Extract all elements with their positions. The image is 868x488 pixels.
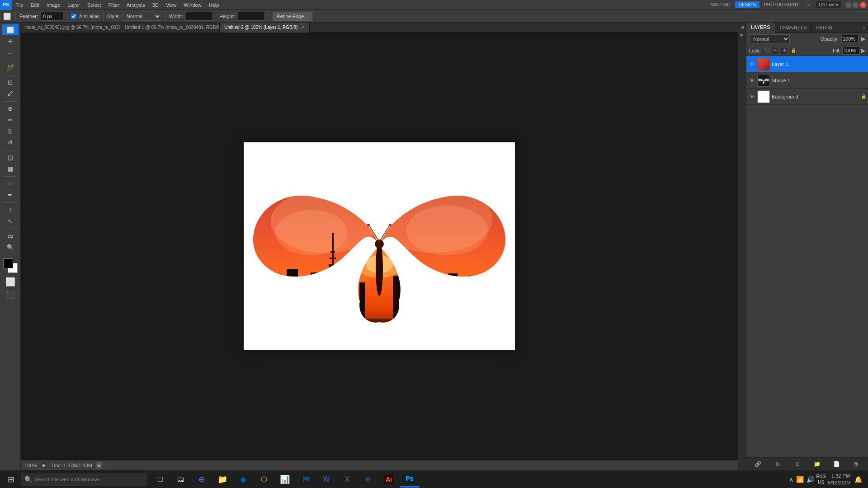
workspace-design[interactable]: DESIGN (735, 1, 760, 8)
doc-tab-2[interactable]: Untitled-2 @ 100% (Layer 1, RGB/8) ✕ (220, 23, 310, 33)
add-mask-btn[interactable]: ⊙ (793, 460, 802, 469)
menu-window[interactable]: Window (180, 0, 205, 9)
link-layers-btn[interactable]: 🔗 (754, 460, 763, 469)
menu-image[interactable]: Image (43, 0, 64, 9)
minimize-btn[interactable]: – (845, 2, 852, 8)
taskbar-amazon[interactable]: ⬡ (254, 471, 274, 488)
screen-mode-btn[interactable]: ⬛ (2, 289, 19, 300)
doc-info-arrow[interactable]: ▶ (96, 462, 102, 469)
doc-tab-2-close[interactable]: ✕ (301, 25, 305, 30)
close-btn[interactable]: ✕ (860, 2, 866, 8)
menu-3d[interactable]: 3D (149, 0, 162, 9)
new-layer-btn[interactable]: 📄 (832, 460, 841, 469)
quick-mask-btn[interactable]: ⬜ (3, 277, 18, 287)
taskbar-word[interactable]: W (316, 471, 336, 488)
menu-help[interactable]: Help (205, 0, 223, 9)
menu-layer[interactable]: Layer (64, 0, 84, 9)
menu-edit[interactable]: Edit (27, 0, 43, 9)
heal-tool[interactable]: ⊕ (2, 103, 19, 114)
eyedropper-tool[interactable]: 🖍 (2, 88, 19, 99)
taskbar-notification[interactable]: 🔔 (852, 471, 864, 488)
zoom-tool[interactable]: 🔍 (2, 242, 19, 253)
taskbar-excel[interactable]: X (337, 471, 357, 488)
zoom-options-btn[interactable]: ▶ (41, 462, 48, 469)
systray-volume[interactable]: 🔊 (807, 476, 814, 483)
workspace-photography[interactable]: PHOTOGRAPHY (760, 1, 803, 8)
shape1-visibility[interactable]: 👁 (748, 77, 755, 84)
layers-tab[interactable]: LAYERS (746, 23, 775, 33)
layer1-visibility[interactable]: 👁 (748, 61, 755, 68)
panel-close[interactable]: ≡ (860, 25, 868, 30)
taskbar-photoshop[interactable]: Ps (400, 471, 420, 488)
add-style-btn[interactable]: fx (773, 460, 782, 469)
feather-input[interactable] (41, 12, 63, 21)
fill-input[interactable] (842, 47, 859, 55)
menu-file[interactable]: File (12, 0, 27, 9)
taskbar-edge[interactable]: e (358, 471, 378, 488)
channels-tab[interactable]: CHANNELS (775, 23, 812, 33)
maximize-btn[interactable]: □ (853, 2, 859, 8)
delete-layer-btn[interactable]: 🗑 (852, 460, 861, 469)
taskbar-search[interactable]: 🔍 Search the web and Windows (21, 473, 147, 486)
height-input[interactable] (238, 12, 265, 21)
menu-view[interactable]: View (162, 0, 180, 9)
lock-all-btn[interactable]: 🔒 (790, 47, 797, 54)
taskbar-files[interactable]: 📁 (212, 471, 232, 488)
layer-item-background[interactable]: 👁 Background 🔒 (746, 89, 868, 105)
crop-tool[interactable]: ⊡ (2, 77, 19, 88)
lock-pixels-btn[interactable]: ✏ (772, 47, 779, 54)
rectangle-tool[interactable]: ▭ (2, 230, 19, 241)
taskbar-illustrator[interactable]: Ai (379, 471, 399, 488)
text-tool[interactable]: T (2, 204, 19, 215)
menu-filter[interactable]: Filter (104, 0, 123, 9)
color-swatches[interactable] (3, 258, 18, 273)
new-group-btn[interactable]: 📁 (812, 460, 821, 469)
layer-item-shape1[interactable]: 👁 Shape 1 (746, 72, 868, 89)
opacity-arrow[interactable]: ▶ (861, 36, 865, 42)
brush-tool[interactable]: ✏ (2, 114, 19, 125)
pen-tool[interactable]: ✒ (2, 189, 19, 200)
taskbar-task-view[interactable]: ❑ (150, 471, 170, 488)
taskbar-powerpoint[interactable]: 📊 (275, 471, 295, 488)
fill-arrow[interactable]: ▶ (861, 47, 865, 54)
cs-live-btn[interactable]: CS Live ▾ (816, 1, 841, 8)
start-button[interactable]: ⊞ (2, 471, 20, 488)
lock-position-btn[interactable]: ✛ (781, 47, 788, 54)
systray-network[interactable]: 📶 (796, 476, 804, 483)
clone-tool[interactable]: ⎘ (2, 126, 19, 136)
refine-edge-btn[interactable]: Refine Edge... (273, 12, 312, 21)
blend-mode-select[interactable]: Normal Multiply Screen Overlay (749, 34, 790, 43)
layer-item-layer1[interactable]: 👁 Layer 1 (746, 56, 868, 72)
width-input[interactable] (186, 12, 213, 21)
taskbar-dropbox[interactable]: ◈ (233, 471, 253, 488)
menu-select[interactable]: Select (84, 0, 105, 9)
wand-tool[interactable]: 🪄 (2, 62, 19, 73)
taskbar-clock[interactable]: 1:32 PM 5/12/2019 (828, 473, 850, 486)
paths-tab[interactable]: PATHS (812, 23, 837, 33)
eraser-tool[interactable]: ◱ (2, 152, 19, 163)
anti-alias-checkbox[interactable] (71, 14, 76, 19)
doc-tab-1[interactable]: Untitled-1 @ 66.7% (mota_ru_0030401, RGB… (120, 23, 220, 33)
opacity-input[interactable] (841, 35, 859, 43)
taskbar-chrome[interactable]: ⊕ (192, 471, 212, 488)
history-tool[interactable]: ↺ (2, 137, 19, 148)
lasso-tool[interactable]: ⌒ (2, 51, 19, 61)
gradient-tool[interactable]: ▦ (2, 163, 19, 174)
taskbar-language[interactable]: ENGUS (816, 474, 826, 485)
taskbar-outlook[interactable]: ✉ (296, 471, 316, 488)
workspace-more[interactable]: » (804, 1, 814, 8)
doc-tab-0[interactable]: mota_ru_0030401.jpg @ 66.7% (mota_ru_003… (21, 23, 120, 33)
background-visibility[interactable]: 👁 (748, 93, 755, 100)
panel-expand-btn[interactable]: ◀ (739, 23, 746, 31)
foreground-color[interactable] (3, 258, 13, 268)
marquee-tool[interactable]: ⬜ (2, 24, 19, 35)
systray-expand[interactable]: ∧ (789, 476, 793, 483)
move-tool[interactable]: ✛ (2, 36, 19, 47)
dodge-tool[interactable]: ○ (2, 178, 19, 189)
menu-analysis[interactable]: Analysis (123, 0, 149, 9)
lock-transparent-btn[interactable]: ⬛ (763, 47, 770, 54)
workspace-painting[interactable]: PAINTING (706, 1, 734, 8)
path-selection-tool[interactable]: ↖ (2, 216, 19, 226)
panel-collapse-btn[interactable]: ▶ (739, 31, 746, 38)
style-select[interactable]: Normal Fixed Ratio Fixed Size (123, 12, 161, 21)
